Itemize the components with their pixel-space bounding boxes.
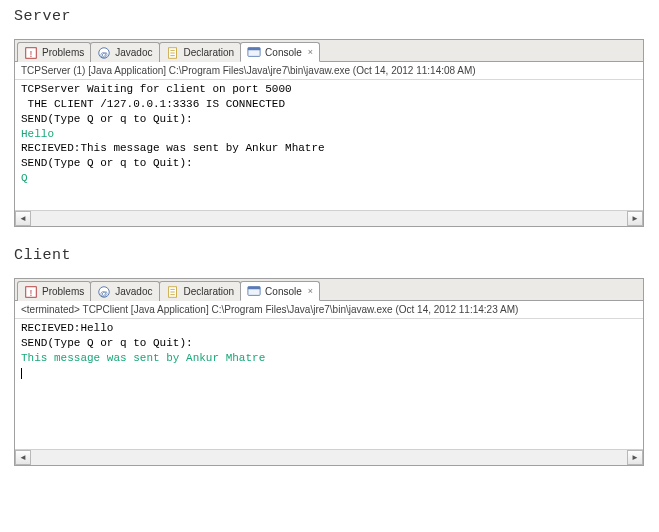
scroll-right-button[interactable]: ►: [627, 450, 643, 465]
tab-problems[interactable]: ! Problems: [17, 42, 91, 62]
tab-problems[interactable]: ! Problems: [17, 281, 91, 301]
horizontal-scrollbar[interactable]: ◄ ►: [15, 210, 643, 226]
svg-text:@: @: [100, 49, 108, 58]
text-cursor: [21, 368, 22, 379]
console-line: SEND(Type Q or q to Quit):: [21, 336, 637, 351]
console-line: THE CLIENT /127.0.0.1:3336 IS CONNECTED: [21, 97, 637, 112]
tab-console[interactable]: Console ×: [240, 42, 320, 62]
server-run-info: TCPServer (1) [Java Application] C:\Prog…: [15, 62, 643, 80]
console-icon: [247, 45, 261, 59]
console-line: RECIEVED:Hello: [21, 321, 637, 336]
tab-label: Console: [265, 47, 302, 58]
client-console-output[interactable]: RECIEVED:HelloSEND(Type Q or q to Quit):…: [15, 319, 643, 449]
client-run-info: <terminated> TCPClient [Java Application…: [15, 301, 643, 319]
client-tabbar: ! Problems @ Javadoc Declaration Console…: [15, 279, 643, 301]
tab-label: Javadoc: [115, 286, 152, 297]
javadoc-icon: @: [97, 285, 111, 299]
tab-label: Problems: [42, 286, 84, 297]
console-line: SEND(Type Q or q to Quit):: [21, 112, 637, 127]
javadoc-icon: @: [97, 46, 111, 60]
svg-rect-9: [248, 48, 260, 51]
scroll-right-button[interactable]: ►: [627, 211, 643, 226]
svg-rect-19: [248, 287, 260, 290]
console-line: TCPServer Waiting for client on port 500…: [21, 82, 637, 97]
problems-icon: !: [24, 46, 38, 60]
svg-text:!: !: [30, 48, 32, 58]
horizontal-scrollbar[interactable]: ◄ ►: [15, 449, 643, 465]
client-console-panel: ! Problems @ Javadoc Declaration Console…: [14, 278, 644, 466]
tab-label: Console: [265, 286, 302, 297]
console-line-input: Q: [21, 171, 637, 186]
client-section-title: Client: [14, 247, 659, 264]
tab-declaration[interactable]: Declaration: [159, 42, 242, 62]
tab-label: Javadoc: [115, 47, 152, 58]
server-tabbar: ! Problems @ Javadoc Declaration Console…: [15, 40, 643, 62]
server-console-output[interactable]: TCPServer Waiting for client on port 500…: [15, 80, 643, 210]
close-icon[interactable]: ×: [308, 47, 313, 57]
close-icon[interactable]: ×: [308, 286, 313, 296]
console-line: SEND(Type Q or q to Quit):: [21, 156, 637, 171]
tab-declaration[interactable]: Declaration: [159, 281, 242, 301]
declaration-icon: [166, 285, 180, 299]
declaration-icon: [166, 46, 180, 60]
tab-javadoc[interactable]: @ Javadoc: [90, 42, 159, 62]
tab-label: Declaration: [184, 286, 235, 297]
console-icon: [247, 284, 261, 298]
console-line-input: This message was sent by Ankur Mhatre: [21, 351, 637, 366]
console-line: RECIEVED:This message was sent by Ankur …: [21, 141, 637, 156]
tab-label: Declaration: [184, 47, 235, 58]
console-line-input: Hello: [21, 127, 637, 142]
svg-text:!: !: [30, 287, 32, 297]
server-console-panel: ! Problems @ Javadoc Declaration Console…: [14, 39, 644, 227]
tab-javadoc[interactable]: @ Javadoc: [90, 281, 159, 301]
scroll-left-button[interactable]: ◄: [15, 211, 31, 226]
tab-console[interactable]: Console ×: [240, 281, 320, 301]
server-section-title: Server: [14, 8, 659, 25]
svg-text:@: @: [100, 288, 108, 297]
scroll-left-button[interactable]: ◄: [15, 450, 31, 465]
tab-label: Problems: [42, 47, 84, 58]
problems-icon: !: [24, 285, 38, 299]
